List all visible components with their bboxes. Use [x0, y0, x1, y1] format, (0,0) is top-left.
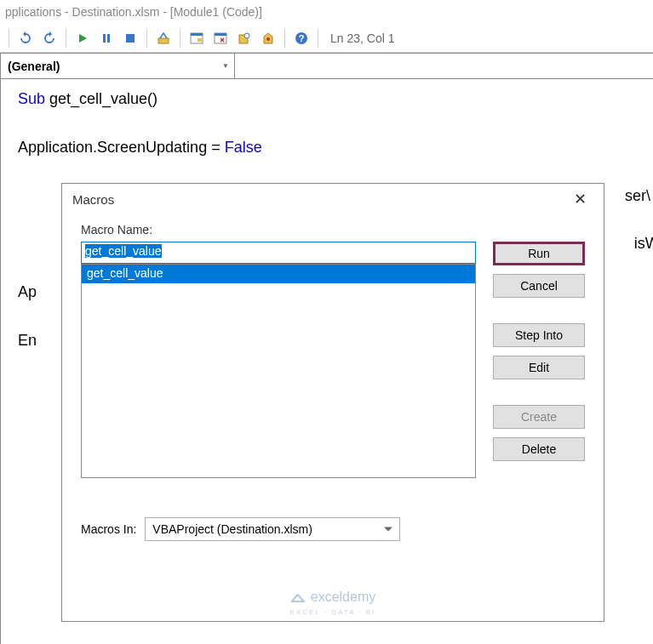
svg-text:?: ?: [299, 33, 305, 43]
project-explorer-icon[interactable]: [186, 27, 208, 49]
pause-icon[interactable]: [95, 27, 117, 49]
svg-rect-6: [198, 38, 202, 42]
svg-rect-3: [158, 38, 169, 43]
macro-listbox[interactable]: get_cell_value: [81, 264, 476, 478]
svg-rect-8: [215, 33, 226, 36]
macros-dialog: Macros ✕ Macro Name: get_cell_value get_…: [61, 183, 604, 622]
svg-rect-14: [291, 601, 305, 602]
run-icon[interactable]: [72, 27, 94, 49]
svg-rect-5: [191, 33, 203, 36]
separator: [318, 29, 318, 48]
separator: [180, 29, 180, 48]
dialog-title: Macros: [72, 192, 114, 207]
title-bar: pplications - Destination.xlsm - [Module…: [0, 0, 653, 24]
svg-rect-0: [103, 34, 106, 43]
redo-icon[interactable]: [38, 27, 60, 49]
object-dropdown[interactable]: (General): [1, 54, 235, 78]
step-into-button[interactable]: Step Into: [493, 323, 585, 347]
close-icon[interactable]: ✕: [567, 186, 593, 212]
svg-point-10: [244, 33, 249, 38]
macros-in-combo[interactable]: VBAProject (Destination.xlsm): [145, 517, 400, 541]
undo-icon[interactable]: [14, 27, 37, 49]
separator: [66, 29, 66, 48]
list-item[interactable]: get_cell_value: [82, 265, 475, 283]
window-title: pplications - Destination.xlsm - [Module…: [5, 5, 262, 19]
svg-point-11: [266, 37, 270, 41]
svg-rect-2: [126, 34, 135, 43]
separator: [284, 29, 285, 48]
object-browser-icon[interactable]: [233, 27, 255, 49]
design-mode-icon[interactable]: [152, 27, 175, 49]
toolbox-icon[interactable]: [257, 27, 279, 49]
run-button[interactable]: Run: [493, 242, 585, 265]
edit-button[interactable]: Edit: [493, 356, 585, 379]
create-button: Create: [493, 405, 585, 429]
cancel-button[interactable]: Cancel: [493, 274, 585, 298]
watermark: exceldemy EXCEL · DATA · BI: [290, 590, 376, 616]
code-dropdown-bar: (General): [1, 54, 653, 79]
properties-icon[interactable]: [209, 27, 232, 49]
separator: [9, 29, 9, 48]
macros-in-label: Macros In:: [81, 522, 136, 536]
stop-icon[interactable]: [119, 27, 141, 49]
macro-name-label: Macro Name:: [81, 223, 585, 237]
separator: [146, 29, 147, 48]
help-icon[interactable]: ?: [290, 27, 312, 49]
svg-rect-1: [107, 34, 110, 43]
watermark-icon: [290, 591, 306, 603]
toolbar: ? Ln 23, Col 1: [0, 24, 653, 53]
dialog-titlebar: Macros ✕: [62, 184, 604, 214]
cursor-position: Ln 23, Col 1: [330, 31, 395, 45]
delete-button[interactable]: Delete: [493, 437, 585, 461]
macro-name-input[interactable]: get_cell_value: [81, 242, 476, 264]
